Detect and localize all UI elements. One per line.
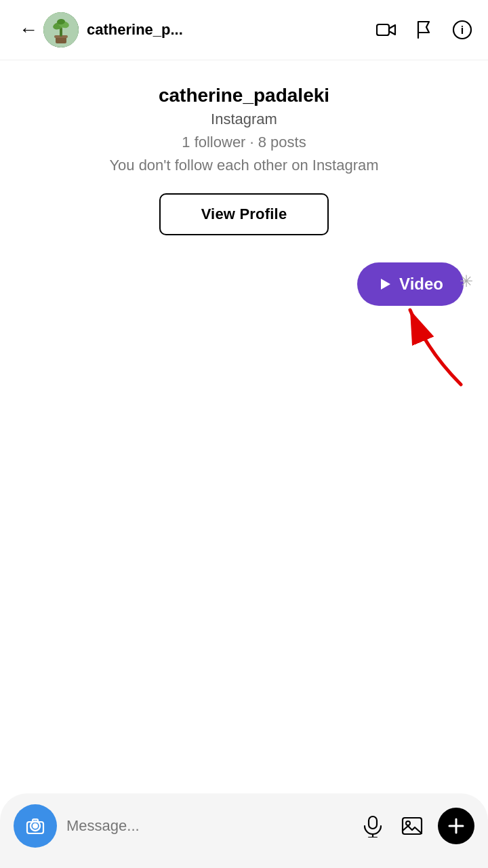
plus-icon [447, 816, 466, 835]
loading-spinner [460, 272, 479, 291]
camera-button[interactable] [14, 804, 57, 848]
bottom-bar [0, 793, 488, 868]
svg-rect-7 [377, 24, 389, 35]
flag-icon[interactable] [412, 18, 436, 42]
header-icons: i [374, 18, 474, 42]
back-arrow-icon: ← [19, 19, 38, 41]
profile-stats: 1 follower · 8 posts [182, 134, 306, 151]
input-icons [359, 808, 474, 844]
svg-point-18 [406, 821, 410, 825]
view-profile-button[interactable]: View Profile [159, 193, 329, 235]
video-btn-label: Video [399, 275, 443, 294]
svg-point-12 [33, 823, 38, 829]
back-button[interactable]: ← [14, 15, 43, 45]
header: ← catherine_p... [0, 0, 488, 60]
plus-button[interactable] [438, 808, 474, 844]
svg-text:i: i [461, 24, 464, 36]
camera-icon [24, 814, 47, 837]
profile-platform: Instagram [211, 111, 277, 128]
chat-area: Video [0, 249, 488, 656]
video-call-icon[interactable] [374, 18, 399, 42]
info-icon[interactable]: i [450, 18, 474, 42]
profile-follow-status: You don't follow each other on Instagram [109, 157, 378, 174]
profile-section: catherine_padaleki Instagram 1 follower … [0, 60, 488, 249]
avatar [43, 12, 79, 47]
red-arrow-annotation [393, 296, 474, 394]
svg-rect-14 [369, 816, 377, 829]
microphone-icon[interactable] [359, 812, 386, 840]
play-icon [378, 277, 392, 292]
gallery-icon[interactable] [399, 812, 426, 840]
header-username: catherine_p... [87, 21, 374, 39]
profile-username: catherine_padaleki [159, 85, 329, 106]
message-input[interactable] [66, 810, 350, 842]
